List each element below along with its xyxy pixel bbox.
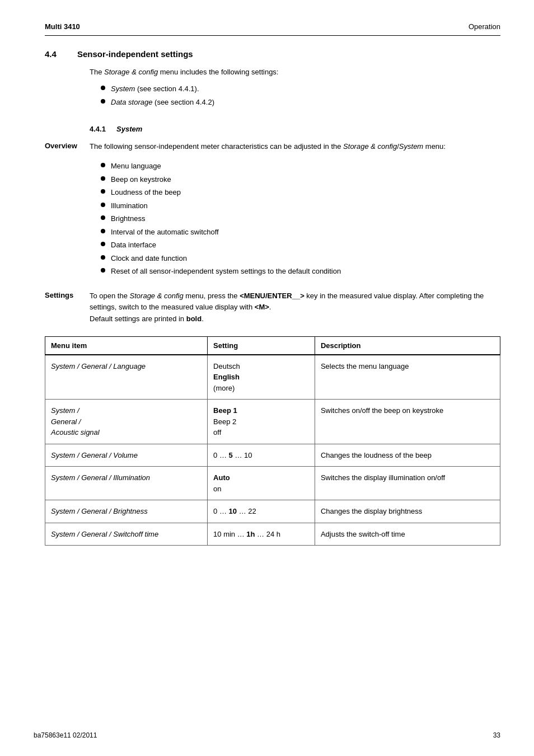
- header-section: Operation: [469, 22, 500, 31]
- section-intro: The Storage & config menu includes the f…: [90, 67, 500, 78]
- table-row: System / General / Illumination Auto on …: [45, 467, 500, 500]
- table-cell-menu: System / General / Switchoff time: [45, 523, 208, 546]
- bullet-dot-icon: [101, 86, 105, 90]
- footer-page-number: 33: [493, 731, 500, 739]
- table-header-menu: Menu item: [45, 336, 208, 355]
- overview-content: The following sensor-independent meter c…: [90, 141, 500, 281]
- table-cell-description: Switches on/off the beep on keystroke: [315, 400, 500, 444]
- bullet-dot-icon: [101, 99, 105, 104]
- page-footer: ba75863e11 02/2011 33: [34, 731, 500, 739]
- table-cell-menu: System / General / Brightness: [45, 500, 208, 523]
- table-cell-menu: System / General / Language: [45, 355, 208, 400]
- table-cell-menu: System / General / Illumination: [45, 467, 208, 500]
- table-row: System / General / Brightness 0 … 10 … 2…: [45, 500, 500, 523]
- section-heading: Sensor-independent settings: [77, 49, 193, 59]
- bullet-dot-icon: [101, 229, 105, 233]
- subsection: 4.4.1 System Overview The following sens…: [45, 125, 500, 325]
- overview-label: Overview: [45, 141, 90, 281]
- table-cell-setting: Beep 1 Beep 2 off: [208, 400, 315, 444]
- table-header-setting: Setting: [208, 336, 315, 355]
- table-cell-description: Changes the loudness of the beep: [315, 444, 500, 467]
- list-item: Beep on keystroke: [101, 174, 500, 185]
- footer-document-info: ba75863e11 02/2011: [34, 731, 97, 739]
- table-cell-menu: System /General /Acoustic signal: [45, 400, 208, 444]
- list-item: Interval of the automatic switchoff: [101, 227, 500, 238]
- table-row: System / General / Language Deutsch Engl…: [45, 355, 500, 400]
- list-item: Menu language: [101, 161, 500, 172]
- list-item: Data storage (see section 4.4.2): [101, 97, 500, 108]
- list-item: Illumination: [101, 200, 500, 212]
- subsection-heading: System: [116, 125, 142, 133]
- table-row: System / General / Switchoff time 10 min…: [45, 523, 500, 546]
- table-cell-setting: 0 … 10 … 22: [208, 500, 315, 523]
- settings-label: Settings: [45, 290, 90, 325]
- settings-text: To open the Storage & config menu, press…: [90, 290, 500, 325]
- list-item: Data interface: [101, 240, 500, 251]
- section-bullets: System (see section 4.4.1). Data storage…: [101, 83, 500, 108]
- settings-content: To open the Storage & config menu, press…: [90, 290, 500, 325]
- settings-table: Menu item Setting Description System / G…: [45, 336, 500, 546]
- subsection-title: 4.4.1 System: [90, 125, 500, 133]
- list-item: Reset of all sensor-independent system s…: [101, 266, 500, 277]
- list-item: System (see section 4.4.1).: [101, 83, 500, 95]
- table-row: System / General / Volume 0 … 5 … 10 Cha…: [45, 444, 500, 467]
- table-cell-description: Selects the menu language: [315, 355, 500, 400]
- list-item: Loudness of the beep: [101, 187, 500, 198]
- bullet-dot-icon: [101, 268, 105, 273]
- page: Multi 3410 Operation 4.4 Sensor-independ…: [0, 0, 534, 756]
- page-header: Multi 3410 Operation: [45, 22, 500, 36]
- bullet-dot-icon: [101, 255, 105, 260]
- table-cell-setting: Deutsch English (more): [208, 355, 315, 400]
- bullet-dot-icon: [101, 163, 105, 167]
- header-product: Multi 3410: [45, 22, 80, 31]
- list-item: Brightness: [101, 213, 500, 224]
- overview-bullets: Menu language Beep on keystroke Loudness…: [101, 161, 500, 277]
- table-header-description: Description: [315, 336, 500, 355]
- bullet-dot-icon: [101, 215, 105, 220]
- list-item: Clock and date function: [101, 253, 500, 264]
- table-cell-setting: 10 min … 1h … 24 h: [208, 523, 315, 546]
- table-cell-setting: Auto on: [208, 467, 315, 500]
- bullet-dot-icon: [101, 189, 105, 194]
- section-number: 4.4: [45, 49, 73, 59]
- overview-text: The following sensor-independent meter c…: [90, 141, 500, 152]
- settings-section: Settings To open the Storage & config me…: [45, 290, 500, 325]
- section-title: 4.4 Sensor-independent settings: [45, 49, 500, 59]
- bullet-dot-icon: [101, 242, 105, 246]
- table-cell-menu: System / General / Volume: [45, 444, 208, 467]
- table-cell-description: Adjusts the switch-off time: [315, 523, 500, 546]
- table-cell-description: Switches the display illumination on/off: [315, 467, 500, 500]
- bullet-dot-icon: [101, 203, 105, 207]
- table-cell-setting: 0 … 5 … 10: [208, 444, 315, 467]
- subsection-number: 4.4.1: [90, 125, 112, 133]
- table-row: System /General /Acoustic signal Beep 1 …: [45, 400, 500, 444]
- overview-section: Overview The following sensor-independen…: [45, 141, 500, 281]
- bullet-dot-icon: [101, 176, 105, 181]
- table-cell-description: Changes the display brightness: [315, 500, 500, 523]
